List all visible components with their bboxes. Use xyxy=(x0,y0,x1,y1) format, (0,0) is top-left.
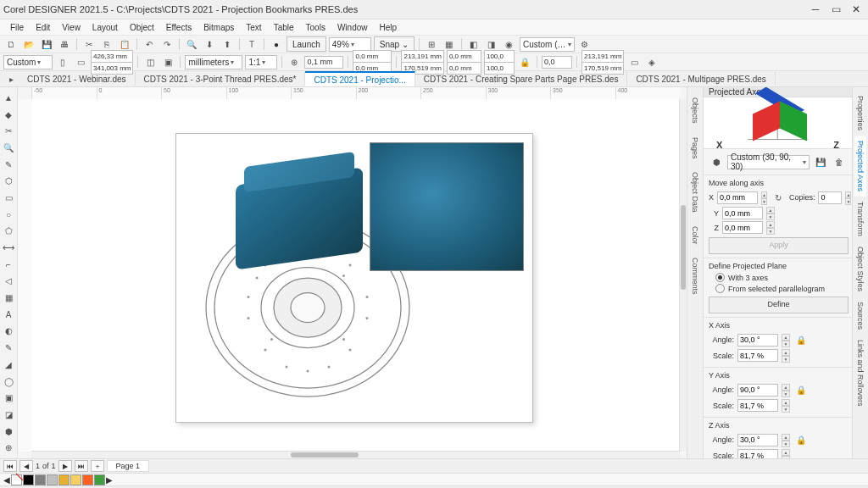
x-scale-input[interactable] xyxy=(737,349,778,362)
docker-tab-objects[interactable]: Objects xyxy=(689,91,701,130)
shape-tool-icon[interactable]: ◆ xyxy=(1,108,16,122)
find-icon[interactable]: 🔍 xyxy=(184,36,199,52)
radio-3axes[interactable]: With 3 axes xyxy=(715,273,847,282)
text-tool-icon[interactable]: A xyxy=(1,308,16,322)
text-icon[interactable]: T xyxy=(244,36,259,52)
docker-tab-color[interactable]: Color xyxy=(689,219,701,252)
y-scale-input[interactable] xyxy=(737,399,778,412)
fartab-sources[interactable]: Sources xyxy=(854,297,866,335)
polygon-tool-icon[interactable]: ⬠ xyxy=(1,225,16,239)
x-angle-input[interactable] xyxy=(737,334,778,347)
docker-tab-object-data[interactable]: Object Data xyxy=(689,165,701,219)
scrollbar-horizontal[interactable] xyxy=(31,451,680,458)
units-combo[interactable]: millimeters▾ xyxy=(185,55,242,69)
color-swatch[interactable] xyxy=(35,474,46,485)
page-tab[interactable]: Page 1 xyxy=(107,460,150,472)
first-page-icon[interactable]: ⏮ xyxy=(3,460,17,472)
next-page-icon[interactable]: ▶ xyxy=(58,460,72,472)
lock-icon[interactable]: 🔒 xyxy=(793,382,809,397)
tab-add-icon[interactable]: ▸ xyxy=(3,71,19,86)
transparency2-tool-icon[interactable]: ◪ xyxy=(1,408,16,422)
menu-tools[interactable]: Tools xyxy=(301,21,331,34)
preset-combo[interactable]: Custom (30, 90, 30)▾ xyxy=(727,155,810,169)
lock-icon[interactable]: 🔒 xyxy=(793,432,809,447)
crop-tool-icon[interactable]: ✂ xyxy=(1,124,16,138)
import-icon[interactable]: ⬇ xyxy=(202,36,217,52)
color-swatch[interactable] xyxy=(47,474,58,485)
spinner[interactable]: ▲▼ xyxy=(766,207,775,219)
color-swatch[interactable] xyxy=(11,474,22,485)
move-x-input[interactable] xyxy=(717,191,758,204)
ratio-combo[interactable]: 1:1▾ xyxy=(245,55,277,69)
undo-icon[interactable]: ↶ xyxy=(142,36,157,52)
obj2-x-input[interactable]: 213,191 mm xyxy=(581,50,624,63)
radio-parallelogram[interactable]: From selected parallelogram xyxy=(715,284,847,293)
move-z-input[interactable] xyxy=(722,221,763,234)
document-tab-active[interactable]: CDTS 2021 - Projectio... xyxy=(305,71,415,86)
docker-tab-pages[interactable]: Pages xyxy=(689,130,701,166)
menu-file[interactable]: File xyxy=(5,21,29,34)
preset-icon[interactable]: ⬢ xyxy=(709,154,724,169)
drop-shadow-tool-icon[interactable]: ▣ xyxy=(1,391,16,405)
eyedropper-tool-icon[interactable]: ✎ xyxy=(1,341,16,355)
obj-w-input[interactable]: 0,0 mm xyxy=(447,50,481,63)
relative-icon[interactable]: ▭ xyxy=(626,54,642,69)
dimension-tool-icon[interactable]: ⟷ xyxy=(1,241,16,255)
pick-tool-icon[interactable]: ▲ xyxy=(1,91,16,105)
callout-tool-icon[interactable]: ◁ xyxy=(1,274,16,289)
menu-object[interactable]: Object xyxy=(125,21,159,34)
scrollbar-vertical[interactable] xyxy=(679,99,687,452)
print-icon[interactable]: 🖶 xyxy=(57,36,72,52)
spinner[interactable]: ▲▼ xyxy=(782,349,790,362)
fartab-projected-axes[interactable]: Projected Axes xyxy=(854,136,866,197)
page-size-combo[interactable]: Custom▾ xyxy=(3,55,53,69)
define-button[interactable]: Define xyxy=(709,297,849,313)
treat-as-icon[interactable]: ◈ xyxy=(644,54,659,69)
rotation-input[interactable]: 0,0 xyxy=(542,56,572,69)
transparency-tool-icon[interactable]: ◐ xyxy=(1,324,16,339)
outline-tool-icon[interactable]: ◯ xyxy=(1,374,16,389)
open-icon[interactable]: 📂 xyxy=(21,36,36,52)
record-icon[interactable]: ● xyxy=(269,36,284,52)
delete-preset-icon[interactable]: 🗑 xyxy=(832,154,847,169)
spinner[interactable]: ▲▼ xyxy=(845,191,851,204)
portrait-icon[interactable]: ▯ xyxy=(55,54,70,69)
spinner[interactable]: ▲▼ xyxy=(782,434,790,446)
spinner[interactable]: ▲▼ xyxy=(782,334,790,347)
menu-window[interactable]: Window xyxy=(332,21,373,34)
lock-icon[interactable]: 🔒 xyxy=(793,332,809,347)
fartab-properties[interactable]: Properties xyxy=(854,91,866,136)
spinner[interactable]: ▲▼ xyxy=(782,449,790,458)
copies-input[interactable] xyxy=(818,191,842,204)
fartab-transform[interactable]: Transform xyxy=(854,197,866,241)
add-tool-icon[interactable]: ⊕ xyxy=(1,441,16,455)
add-page-icon[interactable]: ＋ xyxy=(91,460,104,472)
nudge-input[interactable]: 0,1 mm xyxy=(304,56,343,69)
color-swatch[interactable] xyxy=(23,474,34,485)
connector-tool-icon[interactable]: ⌐ xyxy=(1,258,16,272)
extrude-tool-icon[interactable]: ⬢ xyxy=(1,424,16,439)
prev-page-icon[interactable]: ◀ xyxy=(19,460,33,472)
document-tab[interactable]: CDTS 2021 - Webinar.des xyxy=(19,72,136,86)
document-tab[interactable]: CDTS 2021 - Multipage PRES.des xyxy=(627,72,775,86)
scale-x-input[interactable]: 100,0 xyxy=(484,50,515,63)
fartab-object-styles[interactable]: Object Styles xyxy=(854,241,866,297)
zoom-tool-icon[interactable]: 🔍 xyxy=(1,141,16,155)
color-swatch[interactable] xyxy=(94,474,105,485)
landscape-icon[interactable]: ▭ xyxy=(73,54,88,69)
export-icon[interactable]: ⬆ xyxy=(220,36,235,52)
menu-layout[interactable]: Layout xyxy=(87,21,123,34)
spinner[interactable]: ▲▼ xyxy=(766,221,775,234)
close-icon[interactable]: ✕ xyxy=(848,3,865,15)
z-angle-input[interactable] xyxy=(737,434,778,446)
menu-view[interactable]: View xyxy=(57,21,86,34)
menu-edit[interactable]: Edit xyxy=(31,21,55,34)
z-scale-input[interactable] xyxy=(737,449,778,458)
smart-tool-icon[interactable]: ⬡ xyxy=(1,174,16,188)
last-page-icon[interactable]: ⏭ xyxy=(75,460,88,472)
canvas[interactable]: -50050100150200250300350400 xyxy=(18,87,687,458)
move-y-input[interactable] xyxy=(722,207,763,219)
new-icon[interactable]: 🗋 xyxy=(3,36,19,52)
axes-preview[interactable]: X Y Z xyxy=(704,97,852,148)
minimize-icon[interactable]: ─ xyxy=(807,3,824,15)
